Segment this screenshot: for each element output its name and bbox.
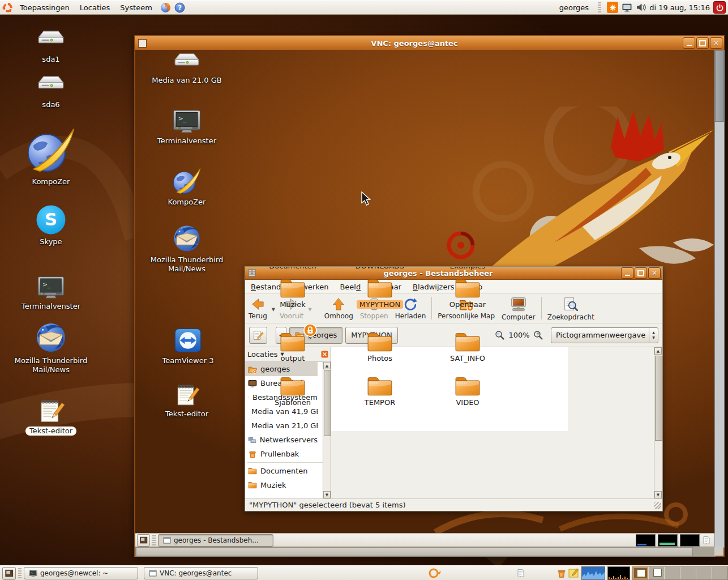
fm-maximize-button[interactable] bbox=[635, 267, 647, 279]
ubuntu-logo-icon[interactable] bbox=[2, 2, 13, 13]
file-video[interactable]: VIDEO bbox=[425, 376, 510, 407]
task-vnc[interactable]: VNC: georges@antec bbox=[144, 567, 258, 579]
file-muziek[interactable]: Muziek bbox=[250, 280, 335, 309]
menu-systeem[interactable]: Systeem bbox=[115, 2, 156, 13]
show-desktop-icon bbox=[139, 536, 148, 545]
workspace-2[interactable] bbox=[649, 567, 665, 579]
vnc-maximize-button[interactable] bbox=[696, 37, 709, 49]
notification-star-icon[interactable] bbox=[607, 2, 618, 13]
drive-icon bbox=[248, 394, 249, 400]
shutdown-icon[interactable] bbox=[713, 1, 726, 14]
sidebar-item-georges[interactable]: georges bbox=[245, 362, 318, 376]
desktop-icon-kompozer[interactable]: KompoZer bbox=[8, 123, 93, 186]
workspace-3[interactable] bbox=[665, 567, 680, 579]
fm-statusbar: "MYPYTHON" geselecteerd (bevat 5 items) bbox=[245, 498, 662, 510]
folder-icon bbox=[455, 280, 481, 299]
folder-icon bbox=[280, 376, 306, 397]
desktop-icon-sda6[interactable]: sda6 bbox=[8, 75, 93, 109]
spin-arrows-icon: ▲▼ bbox=[649, 328, 658, 343]
file-tempor[interactable]: TEMPOR bbox=[337, 376, 422, 407]
sidebar-item-prullenbak[interactable]: Prullenbak bbox=[245, 447, 318, 461]
remote-icon-tekst-editor[interactable]: Tekst-editor bbox=[144, 382, 229, 419]
taskbar-handle[interactable] bbox=[18, 568, 22, 578]
workspace-1[interactable] bbox=[633, 567, 649, 579]
scroll-down-icon[interactable]: ▼ bbox=[323, 491, 331, 498]
desktop-icon-tekst-editor[interactable]: Tekst-editor bbox=[8, 396, 93, 436]
workspace-5[interactable] bbox=[696, 567, 712, 579]
notes-tray-icon[interactable] bbox=[702, 536, 711, 545]
zoom-in-button[interactable]: + bbox=[533, 330, 543, 340]
workspace-thumbnail-3[interactable] bbox=[680, 534, 700, 547]
vnc-viewport: Media van 21,0 GB Terminalvenster KompoZ… bbox=[135, 50, 714, 547]
cpu-monitor-applet[interactable] bbox=[607, 566, 630, 580]
workspace-thumbnail-2[interactable] bbox=[658, 534, 678, 547]
desktop-icon-sda1[interactable]: sda1 bbox=[8, 29, 93, 64]
vnc-horizontal-scrollbar[interactable] bbox=[135, 547, 716, 557]
search-button[interactable]: Zoekopdracht bbox=[544, 296, 598, 322]
workspace-4[interactable] bbox=[680, 567, 696, 579]
remote-icon-terminal[interactable]: Terminalvenster bbox=[144, 109, 229, 146]
vnc-close-button[interactable]: ✕ bbox=[710, 37, 722, 49]
view-mode-select[interactable]: Pictogrammenweergave ▲▼ bbox=[551, 327, 658, 343]
workspace-thumbnail-1[interactable] bbox=[636, 534, 656, 547]
remote-show-desktop-button[interactable] bbox=[137, 534, 150, 547]
swirl-tray-icon[interactable] bbox=[428, 568, 443, 579]
remote-icon-teamviewer[interactable]: TeamViewer 3 bbox=[145, 326, 230, 365]
remote-icon-media[interactable]: Media van 21,0 GB bbox=[144, 52, 229, 85]
drive-icon bbox=[37, 75, 65, 91]
vnc-minimize-button[interactable] bbox=[683, 37, 695, 49]
resize-grip[interactable] bbox=[654, 502, 661, 509]
help-launcher-icon[interactable] bbox=[174, 2, 185, 13]
sidebar-item-documenten[interactable]: Documenten bbox=[245, 464, 318, 478]
remote-icon-kompozer[interactable]: KompoZer bbox=[144, 165, 229, 207]
fm-minimize-button[interactable] bbox=[621, 267, 633, 279]
scroll-up-icon[interactable]: ▲ bbox=[654, 347, 662, 355]
notes-tray-icon[interactable] bbox=[516, 569, 525, 578]
desktop-icon-skype[interactable]: Skype bbox=[8, 204, 93, 246]
vnc-vertical-scrollbar[interactable] bbox=[714, 50, 725, 548]
workspace-6[interactable] bbox=[712, 567, 727, 579]
fm-sidebar: Locaties ▼ georges Bureaublad bbox=[245, 347, 331, 498]
remote-taskbar: georges - Bestandsbeh... bbox=[135, 533, 714, 547]
sticky-note-icon[interactable] bbox=[568, 568, 580, 579]
vnc-window-icon bbox=[138, 39, 147, 48]
sidebar-item-muziek[interactable]: Muziek bbox=[245, 478, 318, 492]
panel-username[interactable]: georges bbox=[559, 3, 589, 12]
trash-applet-icon[interactable] bbox=[556, 568, 567, 578]
network-monitor-applet[interactable] bbox=[581, 566, 605, 580]
tray-handle[interactable] bbox=[598, 2, 601, 12]
menu-toepassingen[interactable]: Toepassingen bbox=[15, 2, 74, 13]
window-mini-icon bbox=[163, 537, 171, 544]
toolbar-separator bbox=[541, 297, 542, 319]
red-swirl-art bbox=[441, 225, 481, 265]
vnc-titlebar[interactable]: VNC: georges@antec ✕ bbox=[134, 35, 725, 51]
text-editor-icon bbox=[174, 382, 200, 408]
fm-close-button[interactable]: ✕ bbox=[648, 267, 661, 279]
menu-locaties[interactable]: Locaties bbox=[75, 2, 115, 13]
volume-tray-icon[interactable] bbox=[636, 2, 646, 12]
remote-icon-thunderbird[interactable]: Mozilla Thunderbird Mail/News bbox=[144, 223, 229, 274]
clock[interactable]: di 19 aug, 15:16 bbox=[649, 3, 710, 12]
display-tray-icon[interactable] bbox=[622, 2, 632, 13]
scroll-down-icon[interactable]: ▼ bbox=[654, 491, 662, 498]
desktop-icon-terminal[interactable]: Terminalvenster bbox=[8, 275, 93, 311]
fm-main-scrollbar[interactable]: ▲ ▼ bbox=[654, 347, 662, 498]
file-output[interactable]: output bbox=[250, 331, 335, 362]
taskbar-handle[interactable] bbox=[152, 535, 156, 545]
sidebar-item-media-21[interactable]: Media van 21,0 GB bbox=[245, 419, 318, 433]
file-sat-info[interactable]: SAT_INFO bbox=[425, 331, 510, 362]
file-photos[interactable]: Photos bbox=[337, 331, 422, 362]
mouse-cursor bbox=[361, 191, 372, 206]
desktop-icon-thunderbird[interactable]: Mozilla Thunderbird Mail/News bbox=[8, 321, 93, 375]
sidebar-item-netwerkservers[interactable]: Netwerkservers bbox=[245, 433, 318, 447]
workspace-switcher[interactable] bbox=[632, 566, 728, 580]
scroll-up-icon[interactable]: ▲ bbox=[323, 362, 331, 369]
file-mypython[interactable]: MYPYTHON bbox=[337, 280, 422, 309]
firefox-launcher-icon[interactable] bbox=[160, 2, 171, 13]
remote-task-bestandsbeheer[interactable]: georges - Bestandsbeh... bbox=[158, 534, 273, 547]
task-terminal[interactable]: georges@newcel: ~ bbox=[24, 567, 138, 579]
file-sjablonen[interactable]: Sjablonen bbox=[250, 376, 335, 407]
show-desktop-button[interactable] bbox=[2, 567, 16, 580]
home-folder-icon bbox=[248, 365, 257, 374]
file-openbaar[interactable]: Openbaar bbox=[425, 280, 510, 309]
